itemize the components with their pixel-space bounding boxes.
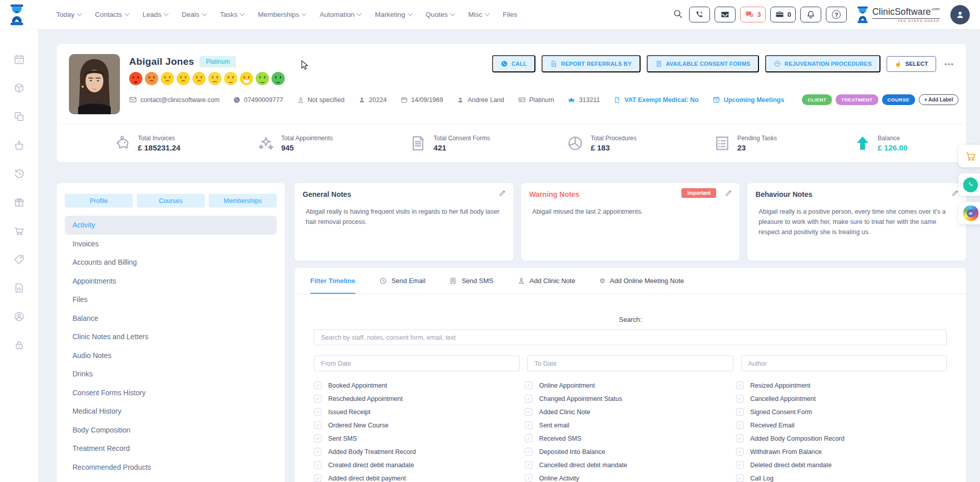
filter-added-body-composition-record[interactable]: Added Body Composition Record (736, 435, 947, 442)
checked-checkbox-icon[interactable] (314, 435, 322, 442)
filter-received-sms[interactable]: Received SMS (525, 435, 736, 442)
mood-emoji-10[interactable] (272, 72, 285, 85)
checked-checkbox-icon[interactable] (314, 474, 322, 482)
filter-booked-appointment[interactable]: Booked Appointment (314, 382, 525, 389)
rail-lock-icon[interactable] (13, 339, 25, 351)
clinicsoftware-brand[interactable]: ClinicSoftware.com TEN STEPS AHEAD (856, 6, 940, 24)
user-avatar[interactable] (950, 5, 970, 24)
filter-cancelled-direct-debit-mandate[interactable]: Cancelled direct debit mandate (525, 461, 736, 469)
filter-created-direct-debit-mandate[interactable]: Created direct debit manadate (314, 461, 525, 469)
vat-exempt-link[interactable]: VAT Exempt Medical: No (614, 96, 698, 104)
checked-checkbox-icon[interactable] (736, 448, 744, 455)
filter-deposited-into-balance[interactable]: Deposited Into Balance (525, 448, 736, 455)
checked-checkbox-icon[interactable] (314, 395, 322, 402)
rail-calendar-icon[interactable]: 12 (13, 54, 25, 65)
filter-received-email[interactable]: Received Email (736, 421, 947, 429)
rail-gift-icon[interactable] (13, 196, 25, 208)
rail-history-icon[interactable] (13, 168, 25, 180)
ai-assistant-button[interactable]: AI (959, 202, 980, 224)
mood-emoji-3[interactable] (161, 72, 174, 85)
rail-copy-icon[interactable] (13, 111, 25, 122)
mood-emoji-5[interactable] (192, 72, 206, 85)
upcoming-meetings-link[interactable]: 12Upcoming Meetings (713, 96, 785, 104)
menu-item-files[interactable]: Files (65, 290, 277, 309)
tab-send-sms[interactable]: Send SMS (449, 268, 493, 294)
nav-contacts[interactable]: Contacts (95, 11, 129, 18)
rail-account-icon[interactable] (13, 311, 25, 322)
checked-checkbox-icon[interactable] (314, 448, 322, 455)
filter-sent-sms[interactable]: Sent SMS (314, 435, 525, 442)
clinicsoftware-hourglass-logo[interactable] (9, 4, 24, 26)
rail-report-chart-icon[interactable] (13, 282, 25, 294)
filter-online-activity[interactable]: Online Activity (525, 474, 736, 482)
checked-checkbox-icon[interactable] (525, 395, 532, 402)
filter-withdrawn-from-balance[interactable]: Withdrawn From Balance (736, 448, 947, 455)
nav-quotes[interactable]: Quotes (426, 11, 455, 18)
notifications-button[interactable] (800, 7, 821, 22)
checked-checkbox-icon[interactable] (736, 395, 744, 402)
menu-item-clinic-notes-and-letters[interactable]: Clinic Notes and Letters (65, 327, 277, 346)
menu-item-consent-forms-history[interactable]: Consent Forms History (65, 384, 277, 402)
checked-checkbox-icon[interactable] (736, 382, 744, 389)
checked-checkbox-icon[interactable] (736, 408, 744, 416)
checked-checkbox-icon[interactable] (525, 448, 532, 455)
more-options-button[interactable]: ••• (942, 60, 956, 68)
select-button[interactable]: ☝ SELECT (887, 56, 937, 72)
checked-checkbox-icon[interactable] (525, 421, 532, 429)
chat-messages-button[interactable]: 3 (740, 7, 766, 22)
checked-checkbox-icon[interactable] (736, 461, 744, 469)
label-course[interactable]: COURSE (882, 94, 915, 105)
checked-checkbox-icon[interactable] (525, 435, 532, 442)
menu-item-activity[interactable]: Activity (65, 216, 277, 235)
mood-emoji-2[interactable] (145, 72, 158, 85)
checked-checkbox-icon[interactable] (736, 474, 744, 482)
cart-widget-button[interactable] (959, 145, 980, 167)
report-referrals-button[interactable]: REPORT REFERRALS BY (542, 55, 640, 72)
search-icon[interactable] (673, 9, 683, 21)
nav-today[interactable]: Today (56, 11, 81, 18)
to-date-input[interactable] (527, 356, 733, 371)
menu-item-treatment-record[interactable]: Treatment Record (65, 439, 277, 458)
call-button[interactable]: CALL (492, 55, 535, 72)
available-consent-forms-button[interactable]: AVAILABLE CONSENT FORMS (647, 55, 760, 72)
checked-checkbox-icon[interactable] (736, 421, 744, 429)
client-email[interactable]: contact@clinicsoftware.com (129, 96, 219, 104)
filter-sent-email[interactable]: Sent email (525, 421, 736, 429)
rail-price-tag-icon[interactable] (13, 253, 25, 265)
inbox-button[interactable] (715, 7, 736, 22)
filter-call-log[interactable]: Call Log (736, 474, 947, 482)
edit-pencil-icon[interactable] (725, 189, 732, 199)
checked-checkbox-icon[interactable] (314, 408, 322, 416)
tab-profile[interactable]: Profile (65, 194, 133, 208)
label-client[interactable]: CLIENT (802, 94, 832, 105)
menu-item-body-composition[interactable]: Body Composition (65, 421, 277, 440)
tab-add-clinic-note[interactable]: Add Clinic Note (518, 268, 576, 294)
nav-deals[interactable]: Deals (182, 11, 206, 18)
tab-memberships[interactable]: Memberships (209, 194, 277, 208)
tab-filter-timeline[interactable]: Filter Timeline (310, 268, 355, 294)
mood-emoji-7[interactable] (224, 72, 237, 85)
filter-cancelled-appointment[interactable]: Cancelled Appointment (736, 395, 947, 402)
mood-emoji-9[interactable] (256, 72, 269, 85)
filter-signed-consent-form[interactable]: Signed Consent Form (736, 408, 947, 416)
menu-item-medical-history[interactable]: Medical History (65, 402, 277, 421)
filter-added-body-treatment-record[interactable]: Added Body Treatment Record (314, 448, 525, 455)
filter-resized-appointment[interactable]: Resized Appointment (736, 382, 947, 389)
checked-checkbox-icon[interactable] (525, 461, 532, 469)
pos-till-button[interactable]: 0 (770, 7, 796, 22)
checked-checkbox-icon[interactable] (314, 382, 322, 389)
mood-emoji-1[interactable] (129, 72, 142, 85)
filter-added-clinic-note[interactable]: Added Clinic Note (525, 408, 736, 416)
rail-package-icon[interactable] (13, 82, 25, 94)
rejuvenation-procedures-button[interactable]: REJUVENATION PROCEDURES (765, 55, 880, 72)
mood-emoji-6[interactable] (208, 72, 222, 85)
author-input[interactable] (741, 356, 947, 371)
filter-rescheduled-appointment[interactable]: Rescheduled Appointment (314, 395, 525, 402)
nav-automation[interactable]: Automation (320, 11, 361, 18)
filter-added-direct-debit-payment[interactable]: Added direct debit payment (314, 474, 525, 482)
tab-add-online-meeting-note[interactable]: ⚙Add Online Meeting Note (599, 268, 684, 294)
filter-online-appointment[interactable]: Online Appointment (525, 382, 736, 389)
help-button[interactable]: ? (826, 7, 847, 22)
menu-item-recommended-products[interactable]: Recommended Products (65, 458, 277, 477)
mood-emoji-8[interactable] (240, 72, 253, 85)
